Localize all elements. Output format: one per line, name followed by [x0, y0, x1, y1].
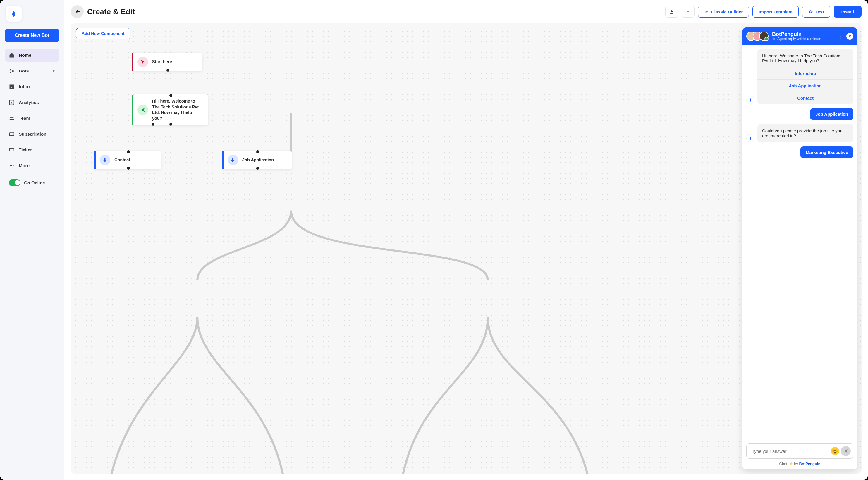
toolbar: Create & Edit Classic Builder Import Tem…	[64, 0, 868, 22]
chat-close-button[interactable]: ✕	[846, 33, 854, 40]
ticket-icon	[9, 147, 14, 153]
flow-canvas[interactable]: Add New Component Start here Hi There, W…	[71, 23, 862, 474]
chat-option-internship[interactable]: Internship	[757, 67, 854, 79]
send-icon	[137, 105, 148, 115]
tap-icon	[100, 155, 110, 165]
upload-icon	[685, 9, 691, 14]
sidebar-item-team[interactable]: Team	[5, 112, 59, 125]
arrow-left-icon	[74, 8, 81, 15]
subscription-icon	[9, 131, 14, 137]
download-button[interactable]	[665, 6, 678, 18]
node-job-application[interactable]: Job Application	[223, 151, 292, 169]
agent-avatars	[746, 32, 769, 41]
sidebar-item-label: Ticket	[19, 147, 32, 152]
bots-icon	[9, 68, 14, 74]
svg-point-2	[12, 117, 13, 118]
node-label: Contact	[114, 157, 130, 163]
svg-point-5	[11, 165, 12, 166]
node-port[interactable]	[152, 123, 154, 126]
sidebar-item-label: Analytics	[19, 100, 39, 105]
import-template-label: Import Template	[758, 9, 793, 14]
upload-button[interactable]	[682, 6, 694, 18]
bolt-icon: ⚡	[788, 461, 793, 466]
more-icon	[9, 163, 14, 169]
sidebar-item-home[interactable]: Home	[5, 49, 59, 62]
svg-point-4	[10, 165, 10, 166]
node-port[interactable]	[169, 94, 172, 97]
sidebar: Create New Bot Home Bots ▼ Inbox Analyti…	[0, 0, 64, 480]
node-welcome[interactable]: Hi There, Welcome to The Tech Solutions …	[133, 94, 208, 125]
send-icon	[843, 449, 848, 453]
cursor-icon	[137, 57, 148, 67]
svg-point-1	[10, 116, 12, 118]
sidebar-item-label: Inbox	[19, 84, 31, 90]
add-new-component-button[interactable]: Add New Component	[76, 28, 130, 39]
classic-builder-label: Classic Builder	[711, 9, 743, 14]
tap-icon	[227, 155, 238, 165]
node-label: Job Application	[242, 157, 274, 163]
user-message: Job Application	[810, 108, 854, 120]
send-button[interactable]	[841, 446, 851, 456]
chat-header: BotPenguin Agent reply within a minute ⋮…	[742, 28, 858, 45]
team-icon	[9, 115, 14, 121]
chat-option-contact[interactable]: Contact	[757, 92, 854, 104]
sidebar-item-analytics[interactable]: Analytics	[5, 96, 59, 109]
clock-icon	[772, 37, 776, 41]
sidebar-item-label: Home	[19, 53, 31, 58]
sidebar-item-label: Subscription	[19, 132, 46, 137]
download-icon	[669, 9, 674, 14]
chat-option-job-application[interactable]: Job Application	[757, 79, 854, 92]
penguin-icon	[10, 10, 17, 17]
node-port[interactable]	[169, 123, 172, 126]
chat-body: Hi there! Welcome to The Tech Solutions …	[742, 45, 858, 441]
toggle-label: Go Online	[24, 180, 45, 185]
chat-subtitle: Agent reply within a minute	[772, 37, 821, 41]
test-label: Test	[815, 9, 824, 14]
chat-preview-panel: BotPenguin Agent reply within a minute ⋮…	[742, 28, 858, 470]
create-new-bot-button[interactable]: Create New Bot	[5, 29, 59, 42]
eye-icon	[808, 9, 813, 14]
test-button[interactable]: Test	[802, 6, 830, 18]
import-template-button[interactable]: Import Template	[752, 6, 799, 18]
node-port[interactable]	[166, 69, 169, 72]
sidebar-item-label: Bots	[19, 68, 29, 74]
node-port[interactable]	[256, 167, 259, 170]
go-online-toggle[interactable]	[9, 179, 21, 186]
chat-footer: Chat ⚡ by BotPenguin	[742, 459, 858, 470]
sidebar-item-label: Team	[19, 116, 30, 121]
bot-message: Could you please provide the job title y…	[757, 124, 854, 142]
bot-avatar	[746, 134, 754, 142]
back-button[interactable]	[71, 5, 84, 18]
node-port[interactable]	[127, 167, 130, 170]
install-button[interactable]: Install	[834, 6, 862, 18]
sidebar-item-bots[interactable]: Bots ▼	[5, 65, 59, 77]
node-port[interactable]	[127, 150, 130, 153]
chevron-down-icon: ▼	[52, 69, 55, 73]
node-label: Hi There, Welcome to The Tech Solutions …	[152, 98, 203, 121]
home-icon	[9, 52, 14, 58]
emoji-button[interactable]: 😊	[831, 447, 839, 455]
node-label: Start here	[152, 59, 172, 65]
user-message: Marketing Executive	[800, 146, 854, 158]
main: Create & Edit Classic Builder Import Tem…	[64, 0, 868, 480]
go-online-toggle-row: Go Online	[5, 176, 59, 189]
bot-message: Hi there! Welcome to The Tech Solutions …	[757, 49, 854, 67]
sidebar-item-subscription[interactable]: Subscription	[5, 128, 59, 140]
app-logo	[6, 6, 22, 22]
sidebar-item-label: More	[19, 163, 30, 168]
analytics-icon	[9, 100, 14, 105]
sliders-icon	[704, 9, 709, 14]
node-start[interactable]: Start here	[133, 53, 203, 71]
page-title: Create & Edit	[87, 7, 135, 16]
chat-input-row: 😊	[746, 444, 854, 459]
node-contact[interactable]: Contact	[96, 151, 161, 169]
sidebar-item-more[interactable]: More	[5, 159, 59, 172]
classic-builder-button[interactable]: Classic Builder	[698, 6, 749, 18]
bot-avatar	[746, 96, 754, 104]
node-port[interactable]	[256, 150, 259, 153]
svg-point-6	[12, 165, 13, 166]
inbox-icon	[9, 84, 14, 90]
chat-input[interactable]	[751, 448, 831, 454]
sidebar-item-ticket[interactable]: Ticket	[5, 143, 59, 156]
sidebar-item-inbox[interactable]: Inbox	[5, 80, 59, 93]
